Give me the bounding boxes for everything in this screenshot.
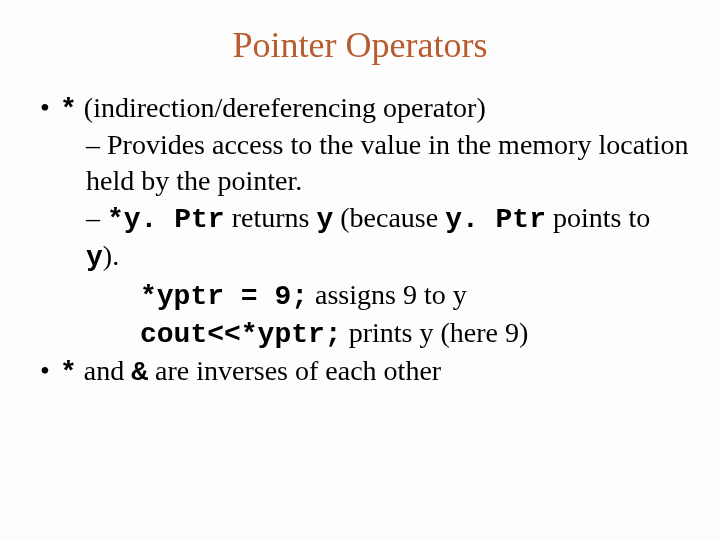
bullet-indirection: •* (indirection/dereferencing operator) xyxy=(40,90,690,127)
text-end: ). xyxy=(103,240,119,271)
code-assign: *yptr = 9; xyxy=(140,281,308,312)
code-y: y xyxy=(316,204,333,235)
bullet-dot-icon: • xyxy=(40,90,60,125)
dash-icon: – xyxy=(86,129,107,160)
example-assign: *yptr = 9; assigns 9 to y xyxy=(140,277,690,315)
code-star-yptr: *y. Ptr xyxy=(107,204,225,235)
slide: Pointer Operators •* (indirection/derefe… xyxy=(0,0,720,540)
bullet-dot-icon: • xyxy=(40,353,60,388)
text-inverses: are inverses of each other xyxy=(148,355,441,386)
star-symbol2: * xyxy=(60,357,77,388)
text-assign: assigns 9 to y xyxy=(308,279,467,310)
bullet-inverses: •* and & are inverses of each other xyxy=(40,353,690,390)
sub-provides-access: – Provides access to the value in the me… xyxy=(86,127,690,200)
amp-symbol: & xyxy=(131,357,148,388)
text-cout: prints y (here 9) xyxy=(342,317,529,348)
code-cout: cout<<*yptr; xyxy=(140,319,342,350)
text-points-to: points to xyxy=(546,202,650,233)
code-y2: y xyxy=(86,242,103,273)
example-cout: cout<<*yptr; prints y (here 9) xyxy=(140,315,690,353)
sub-text: Provides access to the value in the memo… xyxy=(86,129,689,196)
text-and: and xyxy=(77,355,131,386)
slide-title: Pointer Operators xyxy=(30,24,690,66)
text-because: (because xyxy=(333,202,445,233)
sub-yptr-returns: – *y. Ptr returns y (because y. Ptr poin… xyxy=(86,200,690,277)
text-returns: returns xyxy=(225,202,317,233)
bullet-text: (indirection/dereferencing operator) xyxy=(77,92,486,123)
star-symbol: * xyxy=(60,94,77,125)
dash-icon: – xyxy=(86,202,107,233)
code-yptr2: y. Ptr xyxy=(445,204,546,235)
